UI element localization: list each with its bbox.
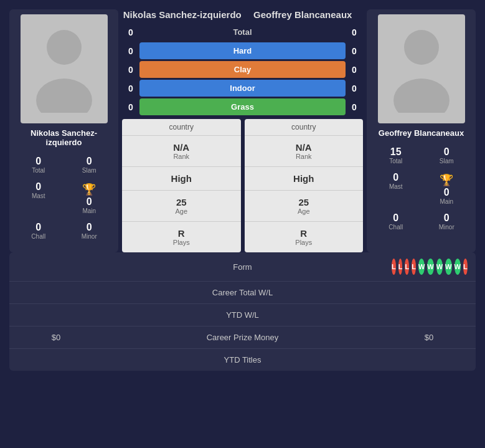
left-player-card: Nikolas Sanchez-izquierdo 0 Total 0 Slam… [9, 9, 118, 252]
left-player-name: Nikolas Sanchez-izquierdo [14, 128, 113, 147]
left-stat-slam: 0 Slam [65, 153, 114, 176]
right-country-row: country [245, 119, 364, 136]
total-score-right: 0 [346, 27, 363, 37]
right-player-card: Geoffrey Blancaneaux 15 Total 0 Slam 0 M… [367, 9, 476, 252]
hard-score-left: 0 [122, 46, 139, 56]
form-badge: W [427, 259, 433, 275]
left-age-row: 25 Age [122, 191, 241, 222]
total-label: Total [139, 24, 346, 41]
left-stats-grid: 0 Total 0 Slam 0 Mast 🏆 0 Main 0 Chall 0… [14, 153, 113, 242]
total-row: 0 Total 0 [122, 24, 363, 41]
right-stat-chall: 0 Chall [372, 210, 420, 233]
form-badge: W [436, 259, 443, 275]
left-stat-mast: 0 Mast [14, 179, 63, 217]
svg-point-0 [47, 30, 82, 65]
indoor-label[interactable]: Indoor [139, 80, 346, 97]
indoor-row: 0 Indoor 0 [122, 80, 363, 97]
career-wl-label: Career Total W/L [93, 288, 392, 297]
prize-row: $0 Career Prize Money $0 [9, 326, 476, 349]
form-badge: L [412, 259, 416, 275]
right-player-header: Geoffrey Blancaneaux [243, 9, 364, 20]
career-wl-row: Career Total W/L [9, 282, 476, 304]
form-badge: L [398, 259, 403, 275]
ytd-wl-label: YTD W/L [93, 310, 392, 320]
form-badges: LLLLWWWWWL [392, 259, 466, 275]
left-player-header: Nikolas Sanchez-izquierdo [122, 9, 243, 20]
form-badge: L [405, 259, 409, 275]
form-badge: L [392, 259, 396, 275]
grass-score-left: 0 [122, 102, 139, 112]
clay-row: 0 Clay 0 [122, 61, 363, 78]
left-stat-total: 0 Total [14, 153, 63, 176]
form-badge: W [454, 259, 461, 275]
left-info-panel: country N/A Rank High 25 Age R [122, 119, 241, 252]
grass-score-right: 0 [346, 102, 363, 112]
right-stat-total: 15 Total [372, 144, 420, 167]
right-info-panel: country N/A Rank High 25 Age R [245, 119, 364, 252]
hard-score-right: 0 [346, 46, 363, 56]
right-trophy-cell: 🏆 0 Main [423, 169, 471, 207]
svg-point-1 [36, 79, 92, 113]
form-label: Form [93, 262, 392, 272]
left-player-avatar [21, 14, 108, 123]
left-trophy-cell: 🏆 0 Main [65, 179, 114, 217]
total-score-left: 0 [122, 27, 139, 37]
right-stat-minor: 0 Minor [423, 210, 471, 233]
clay-score-left: 0 [122, 65, 139, 75]
right-rank-row: N/A Rank [245, 136, 364, 167]
center-column: Nikolas Sanchez-izquierdo Geoffrey Blanc… [122, 9, 363, 252]
right-stats-grid: 15 Total 0 Slam 0 Mast 🏆 0 Main 0 Chall … [372, 144, 471, 233]
right-age-row: 25 Age [245, 191, 364, 222]
left-high-row: High [122, 167, 241, 191]
two-panels: country N/A Rank High 25 Age R [122, 119, 363, 252]
hard-row: 0 Hard 0 [122, 42, 363, 59]
bottom-stats: Form LLLLWWWWWL Career Total W/L YTD W/L… [9, 252, 476, 371]
grass-label[interactable]: Grass [139, 98, 346, 115]
form-badge: L [463, 259, 468, 275]
left-prize: $0 [19, 333, 93, 342]
left-trophy-icon: 🏆 [82, 183, 96, 196]
right-trophy-icon: 🏆 [440, 173, 453, 187]
clay-score-right: 0 [346, 65, 363, 75]
svg-point-2 [404, 30, 439, 65]
ytd-wl-row: YTD W/L [9, 304, 476, 326]
svg-point-3 [393, 79, 450, 113]
left-rank-row: N/A Rank [122, 136, 241, 167]
left-stat-minor: 0 Minor [65, 219, 114, 242]
player-headers: Nikolas Sanchez-izquierdo Geoffrey Blanc… [122, 9, 363, 20]
right-player-name: Geoffrey Blancaneaux [379, 128, 464, 138]
indoor-score-right: 0 [346, 83, 363, 93]
page-wrapper: Nikolas Sanchez-izquierdo 0 Total 0 Slam… [0, 0, 485, 448]
top-section: Nikolas Sanchez-izquierdo 0 Total 0 Slam… [9, 9, 476, 252]
right-stat-slam: 0 Slam [423, 144, 471, 167]
grass-row: 0 Grass 0 [122, 98, 363, 115]
form-badge: W [418, 259, 425, 275]
right-high-row: High [245, 167, 364, 191]
surfaces-block: 0 Total 0 0 Hard 0 0 Clay 0 [122, 24, 363, 115]
form-badges-container: LLLLWWWWWL [392, 259, 466, 275]
form-row: Form LLLLWWWWWL [9, 252, 476, 282]
left-country-row: country [122, 119, 241, 136]
right-plays-row: R Plays [245, 222, 364, 252]
form-badge: W [445, 259, 451, 275]
indoor-score-left: 0 [122, 83, 139, 93]
left-stat-chall: 0 Chall [14, 219, 63, 242]
prize-label: Career Prize Money [93, 333, 392, 342]
hard-label[interactable]: Hard [139, 42, 346, 59]
ytd-titles-row: YTD Titles [9, 349, 476, 371]
left-plays-row: R Plays [122, 222, 241, 252]
right-player-avatar [378, 14, 465, 123]
right-stat-mast: 0 Mast [372, 169, 420, 207]
clay-label[interactable]: Clay [139, 61, 346, 78]
right-prize: $0 [392, 333, 466, 342]
ytd-titles-label: YTD Titles [93, 355, 392, 365]
